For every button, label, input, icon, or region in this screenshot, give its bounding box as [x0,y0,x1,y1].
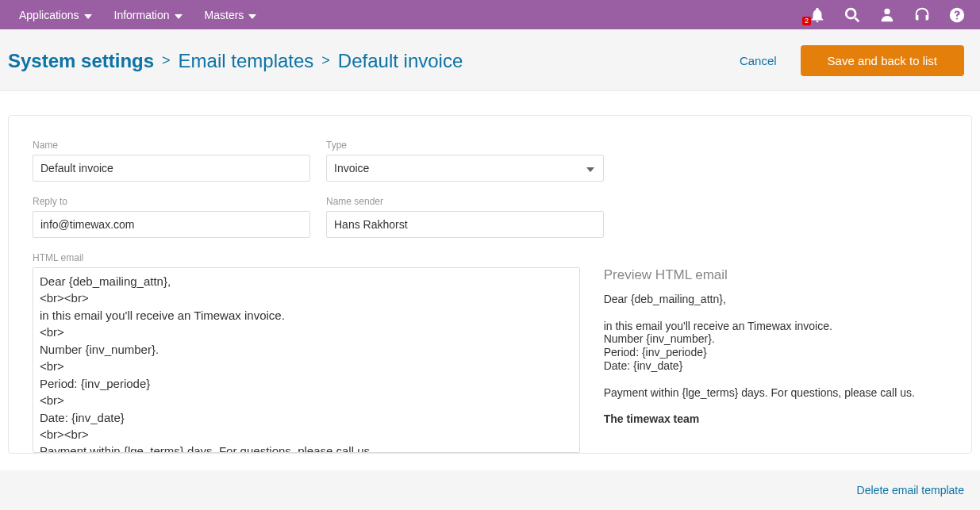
menu-label: Masters [205,9,244,21]
support-button[interactable] [913,6,931,24]
form-panel: Name Type Reply to Name sender HTML emai… [8,115,972,454]
breadcrumb-separator: > [162,52,171,69]
replyto-input[interactable] [33,211,310,238]
bell-icon [809,6,826,24]
breadcrumb: System settings > Email templates > Defa… [8,50,463,72]
menu-label: Information [114,9,170,21]
type-label: Type [326,140,604,151]
caret-down-icon [84,9,92,21]
sender-label: Name sender [326,196,604,207]
header-actions: Cancel Save and back to list [740,45,972,76]
page-header: System settings > Email templates > Defa… [0,29,980,91]
menu-information[interactable]: Information [103,0,194,29]
person-icon [878,6,896,24]
sender-field-group: Name sender [326,196,604,238]
html-email-textarea[interactable] [33,267,580,453]
preview-content: Dear {deb_mailing_attn},in this email yo… [604,293,947,426]
delete-template-button[interactable]: Delete email template [857,484,964,497]
cancel-button[interactable]: Cancel [740,54,777,67]
search-button[interactable] [844,6,861,24]
help-button[interactable] [948,6,966,24]
html-email-label: HTML email [33,252,947,263]
notification-badge: 2 [802,17,811,25]
caret-down-icon [175,9,183,21]
name-label: Name [33,140,310,151]
menu-applications[interactable]: Applications [8,0,103,29]
breadcrumb-separator: > [321,52,330,69]
breadcrumb-root[interactable]: System settings [8,50,154,72]
menu-masters[interactable]: Masters [194,0,268,29]
footer: Delete email template [0,470,980,510]
name-field-group: Name [33,140,310,182]
topbar-actions: 2 [809,6,972,24]
headset-icon [913,6,931,24]
breadcrumb-current: Default invoice [338,50,463,72]
type-select[interactable] [326,155,604,182]
caret-down-icon [248,9,256,21]
topbar-menus: Applications Information Masters [8,0,267,29]
replyto-field-group: Reply to [33,196,310,238]
name-input[interactable] [33,155,310,182]
topbar: Applications Information Masters 2 [0,0,980,29]
preview-panel: Preview HTML email Dear {deb_mailing_att… [604,267,947,453]
help-icon [948,6,966,24]
notifications-button[interactable]: 2 [809,6,826,24]
account-button[interactable] [878,6,896,24]
type-field-group: Type [326,140,604,182]
breadcrumb-email-templates[interactable]: Email templates [179,50,314,72]
sender-input[interactable] [326,211,604,238]
replyto-label: Reply to [33,196,310,207]
menu-label: Applications [19,9,79,21]
search-icon [844,6,861,24]
preview-title: Preview HTML email [604,267,947,283]
save-button[interactable]: Save and back to list [801,45,964,76]
